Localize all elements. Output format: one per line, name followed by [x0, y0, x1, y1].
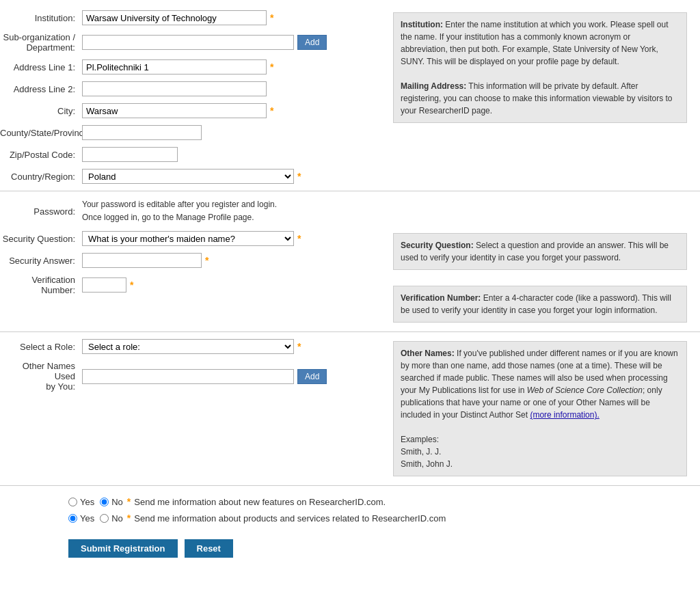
city-required: *: [270, 105, 273, 116]
features-text: Send me information about new features o…: [134, 497, 386, 507]
password-note-col: Your password is editable after you regi…: [82, 198, 277, 224]
security-answer-row: Security Answer: *: [0, 249, 390, 271]
password-label: Password:: [0, 206, 82, 217]
security-help: Security Question: Select a question and…: [390, 228, 700, 328]
role-label: Select a Role:: [0, 342, 82, 352]
features-no-label: No: [111, 497, 123, 507]
security-q-help-bold: Security Question:: [401, 241, 474, 250]
country-input-col: Poland United States Germany France Unit…: [82, 169, 301, 184]
features-no-radio[interactable]: [68, 498, 77, 506]
security-question-label: Security Question:: [0, 234, 82, 244]
address1-input-col: *: [82, 59, 273, 74]
security-answer-input[interactable]: [82, 253, 202, 268]
address2-label: Address Line 2:: [0, 84, 82, 94]
country-required: *: [297, 171, 301, 182]
county-input-col: [82, 125, 202, 140]
example2: Smith, John J.: [401, 459, 453, 469]
institution-help-bold: Institution:: [401, 20, 443, 29]
products-star: *: [127, 513, 131, 524]
mailing-help-text: Mailing Address: This information will b…: [401, 80, 679, 117]
features-yes-label: Yes: [80, 497, 94, 507]
submit-button[interactable]: Submit Registration: [68, 539, 178, 558]
verification-required: *: [130, 280, 133, 290]
radio-row-2: Yes No * Send me information about produ…: [68, 513, 700, 524]
other-names-row: Other Names Used by You: Add: [0, 357, 390, 395]
other-names-help-body: If you've published under different name…: [401, 349, 678, 420]
role-required: *: [297, 341, 301, 352]
city-row: City: *: [0, 100, 390, 122]
suborg-add-button[interactable]: Add: [297, 35, 327, 50]
institution-label: Institution:: [0, 13, 82, 23]
radio-section: Yes No * Send me information about new f…: [0, 489, 700, 524]
verification-help-bold: Verification Number:: [401, 293, 481, 303]
features-yes-radio[interactable]: [100, 498, 109, 506]
address2-row: Address Line 2:: [0, 78, 390, 100]
city-label: City:: [0, 106, 82, 116]
other-names-input[interactable]: [82, 369, 294, 384]
suborg-input-col: Add: [82, 35, 327, 50]
role-section: Select a Role: Select a role: Researcher…: [0, 336, 700, 482]
registration-form: Institution: * Sub-organization / Depart…: [0, 0, 700, 571]
security-question-info-box: Security Question: Select a question and…: [393, 233, 687, 270]
section-divider-1: [0, 191, 700, 191]
suborg-label: Sub-organization / Department:: [0, 32, 82, 53]
address1-row: Address Line 1: *: [0, 56, 390, 78]
institution-input[interactable]: [82, 10, 267, 25]
security-question-input-col: What is your mother's maiden name? What …: [82, 231, 301, 246]
other-names-label: Other Names Used by You:: [0, 361, 82, 392]
password-row: Password: Your password is editable afte…: [0, 195, 700, 228]
radio-row-1: Yes No * Send me information about new f…: [68, 496, 700, 507]
security-answer-input-col: *: [82, 253, 208, 268]
county-label: County/State/Province:: [0, 128, 82, 138]
products-yes-radio[interactable]: [68, 514, 77, 523]
country-select[interactable]: Poland United States Germany France Unit…: [82, 169, 294, 184]
suborg-row: Sub-organization / Department: Add: [0, 29, 390, 56]
role-row: Select a Role: Select a role: Researcher…: [0, 336, 390, 357]
county-input[interactable]: [82, 125, 202, 140]
address2-input-col: [82, 81, 267, 96]
verification-label: Verification Number:: [0, 275, 82, 295]
city-input[interactable]: [82, 103, 267, 118]
security-answer-label: Security Answer:: [0, 256, 82, 266]
institution-help-text: Institution: Enter the name institution …: [401, 18, 679, 68]
other-names-add-button[interactable]: Add: [297, 369, 327, 384]
security-section: Security Question: What is your mother's…: [0, 228, 700, 328]
role-select[interactable]: Select a role: Researcher Student Facult…: [82, 339, 294, 354]
address2-input[interactable]: [82, 81, 267, 96]
verification-input[interactable]: [82, 277, 126, 293]
verification-input-col: *: [82, 277, 133, 293]
other-names-help: Other Names: If you've published under d…: [390, 336, 700, 482]
security-question-required: *: [297, 233, 301, 244]
county-row: County/State/Province:: [0, 122, 390, 144]
zip-row: Zip/Postal Code:: [0, 144, 390, 165]
institution-input-col: *: [82, 10, 273, 25]
more-info-link[interactable]: (more information).: [530, 410, 599, 420]
zip-input-col: [82, 147, 178, 162]
products-yes-label: Yes: [80, 513, 94, 524]
mailing-help-bold: Mailing Address:: [401, 81, 466, 91]
products-no-radio[interactable]: [100, 514, 109, 523]
suborg-input[interactable]: [82, 35, 294, 50]
products-no-label: No: [111, 513, 123, 524]
other-names-info-box: Other Names: If you've published under d…: [393, 341, 687, 476]
institution-row: Institution: *: [0, 7, 390, 29]
example1: Smith, J. J.: [401, 447, 441, 457]
institution-address-fields: Institution: * Sub-organization / Depart…: [0, 7, 390, 187]
address1-required: *: [270, 62, 273, 72]
zip-input[interactable]: [82, 147, 178, 162]
country-label: Country/Region:: [0, 172, 82, 182]
other-names-input-col: Add: [82, 369, 327, 384]
institution-info-box: Institution: Enter the name institution …: [393, 12, 687, 123]
examples-label: Examples:: [401, 435, 439, 444]
other-names-help-bold: Other Names:: [401, 349, 455, 358]
address1-input[interactable]: [82, 59, 267, 74]
country-row: Country/Region: Poland United States Ger…: [0, 165, 390, 187]
security-question-select[interactable]: What is your mother's maiden name? What …: [82, 231, 294, 246]
features-star: *: [127, 496, 131, 507]
institution-required: *: [270, 12, 273, 23]
role-input-col: Select a role: Researcher Student Facult…: [82, 339, 301, 354]
verification-info-box: Verification Number: Enter a 4-character…: [393, 286, 687, 323]
section-divider-3: [0, 485, 700, 486]
institution-help: Institution: Enter the name institution …: [390, 7, 700, 187]
reset-button[interactable]: Reset: [185, 539, 233, 558]
